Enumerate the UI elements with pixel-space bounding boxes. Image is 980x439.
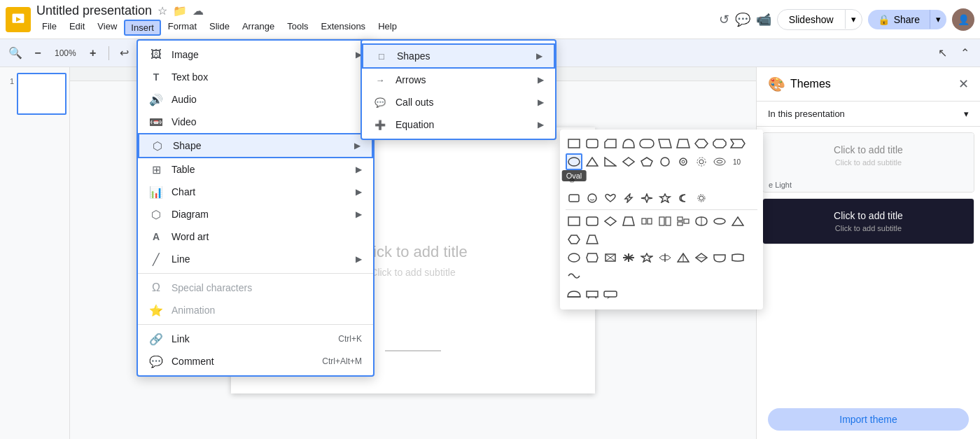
undo-btn[interactable]: ↩ <box>115 43 134 63</box>
shape-s10[interactable] <box>729 249 746 266</box>
share-main[interactable]: 🔒 Share <box>868 10 930 29</box>
shape-s2[interactable] <box>584 249 601 266</box>
share-dropdown-arrow[interactable]: ▾ <box>930 10 946 29</box>
search-btn[interactable]: 🔍 <box>6 43 25 63</box>
shape-smiley[interactable] <box>584 190 601 207</box>
shape-r1[interactable] <box>566 213 582 230</box>
cloud-icon[interactable]: ☁ <box>192 4 204 18</box>
shape-s9[interactable] <box>711 249 728 266</box>
shape-hexagon[interactable] <box>693 135 710 152</box>
slide-sub-placeholder[interactable]: Click to add subtitle <box>358 267 467 278</box>
history-icon[interactable]: ↺ <box>719 12 729 27</box>
menu-line[interactable]: ╱ Line ▶ <box>138 248 373 270</box>
submenu-arrows[interactable]: → Arrows ▶ <box>362 69 555 91</box>
shape-s7[interactable] <box>675 249 692 266</box>
menu-special-chars[interactable]: Ω Special characters <box>138 277 373 299</box>
theme-card-dark[interactable]: Click to add title Click to add subtitle <box>762 198 974 244</box>
shape-r8[interactable] <box>693 213 710 230</box>
slideshow-button[interactable]: Slideshow ▾ <box>777 9 862 30</box>
menu-audio[interactable]: 🔊 Audio <box>138 88 373 111</box>
themes-close-btn[interactable]: ✕ <box>958 76 969 92</box>
shape-heart[interactable] <box>602 190 619 207</box>
shape-r7[interactable] <box>675 213 692 230</box>
menu-format[interactable]: Format <box>162 20 202 36</box>
menu-link[interactable]: 🔗 Link Ctrl+K <box>138 328 373 350</box>
shape-square-rounded[interactable] <box>566 190 582 207</box>
zoom-out-btn[interactable]: − <box>28 43 48 63</box>
star-icon[interactable]: ☆ <box>158 4 167 18</box>
menu-comment[interactable]: 💬 Comment Ctrl+Alt+M <box>138 350 373 372</box>
shape-right-triangle[interactable] <box>602 153 619 170</box>
submenu-equation[interactable]: ➕ Equation ▶ <box>362 113 555 136</box>
menu-wordart[interactable]: A Word art <box>138 225 373 248</box>
shape-octagon[interactable] <box>711 135 728 152</box>
document-title[interactable]: Untitled presentation <box>36 4 152 18</box>
slideshow-dropdown-arrow[interactable]: ▾ <box>845 10 862 29</box>
menu-table[interactable]: ⊞ Table ▶ <box>138 158 373 181</box>
shape-10[interactable]: 10 <box>729 153 746 170</box>
shape-stadium[interactable] <box>638 135 655 152</box>
shape-s6[interactable] <box>657 249 673 266</box>
menu-extensions[interactable]: Extensions <box>316 20 372 36</box>
shape-arch[interactable] <box>620 135 637 152</box>
menu-arrange[interactable]: Arrange <box>237 20 280 36</box>
folder-icon[interactable]: 📁 <box>173 4 187 18</box>
avatar[interactable]: 👤 <box>952 8 974 31</box>
shape-oval[interactable]: Oval <box>566 153 582 170</box>
menu-tools[interactable]: Tools <box>281 20 314 36</box>
comment-icon[interactable]: 💬 <box>735 12 750 27</box>
shape-r5[interactable] <box>638 213 655 230</box>
shape-r6[interactable] <box>657 213 673 230</box>
share-button[interactable]: 🔒 Share ▾ <box>868 10 946 29</box>
shape-r4[interactable] <box>620 213 637 230</box>
menu-image[interactable]: 🖼 Image ▶ <box>138 43 373 66</box>
menu-help[interactable]: Help <box>372 20 402 36</box>
shape-r9[interactable] <box>711 213 728 230</box>
import-theme-btn[interactable]: Import theme <box>768 408 969 431</box>
menu-video[interactable]: 📼 Video <box>138 111 373 133</box>
menu-edit[interactable]: Edit <box>64 20 90 36</box>
menu-diagram[interactable]: ⬡ Diagram ▶ <box>138 203 373 225</box>
slide-title-placeholder[interactable]: Click to add title <box>358 243 467 261</box>
shape-r11[interactable] <box>566 231 582 248</box>
shape-rect[interactable] <box>566 135 582 152</box>
menu-insert[interactable]: Insert <box>124 20 161 36</box>
shape-snipped-rect[interactable] <box>602 135 619 152</box>
shape-star-5[interactable] <box>657 190 673 207</box>
shape-t3[interactable] <box>602 286 619 302</box>
shape-ring[interactable] <box>711 153 728 170</box>
shape-diamond[interactable] <box>620 153 637 170</box>
shape-moon[interactable] <box>675 190 692 207</box>
menu-slide[interactable]: Slide <box>204 20 235 36</box>
menu-textbox[interactable]: T Text box <box>138 66 373 88</box>
menu-chart[interactable]: 📊 Chart ▶ <box>138 181 373 203</box>
shape-sun[interactable] <box>693 153 710 170</box>
zoom-in-btn[interactable]: + <box>83 43 103 63</box>
pointer-btn[interactable]: ↖ <box>932 43 952 63</box>
shape-chevron-rect[interactable] <box>729 135 746 152</box>
shape-rounded-rect[interactable] <box>584 135 601 152</box>
shape-s4[interactable] <box>620 249 637 266</box>
shape-s5[interactable] <box>638 249 655 266</box>
zoom-display[interactable]: 100% <box>50 43 80 63</box>
shape-trapezoid[interactable] <box>675 135 692 152</box>
submenu-shapes[interactable]: □ Shapes ▶ <box>362 43 555 69</box>
shape-parallelogram[interactable] <box>657 135 673 152</box>
menu-animation[interactable]: ⭐ Animation <box>138 299 373 321</box>
shape-pentagon[interactable] <box>638 153 655 170</box>
shape-gear[interactable] <box>693 190 710 207</box>
shape-r10[interactable] <box>729 213 746 230</box>
slideshow-label[interactable]: Slideshow <box>778 10 845 29</box>
shape-s8[interactable] <box>693 249 710 266</box>
shape-t1[interactable] <box>566 286 582 302</box>
shape-s3[interactable] <box>602 249 619 266</box>
shape-s11[interactable] <box>566 267 582 284</box>
menu-file[interactable]: File <box>36 20 62 36</box>
collapse-btn[interactable]: ⌃ <box>955 43 974 63</box>
slide-thumb-1[interactable] <box>17 73 66 115</box>
submenu-callouts[interactable]: 💬 Call outs ▶ <box>362 91 555 113</box>
shape-s1[interactable] <box>566 249 582 266</box>
shape-t2[interactable] <box>584 286 601 302</box>
menu-shape[interactable]: ⬡ Shape ▶ <box>138 133 373 158</box>
theme-card-light[interactable]: Click to add title Click to add subtitle… <box>762 132 974 193</box>
